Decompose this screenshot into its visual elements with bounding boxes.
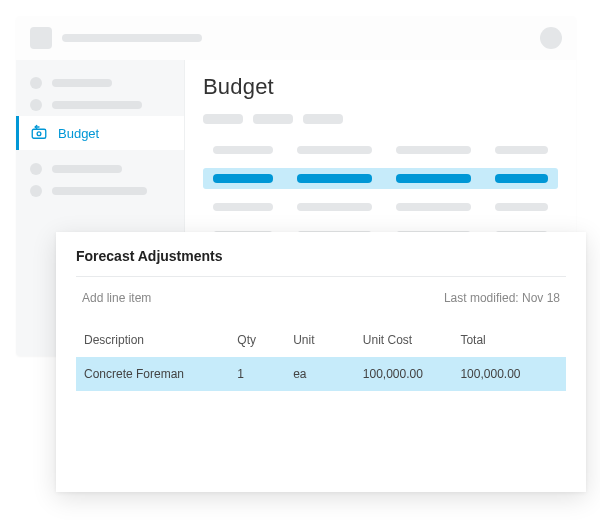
svg-point-1	[37, 132, 41, 136]
sidebar-item-label	[52, 165, 122, 173]
sidebar-item-label	[52, 101, 142, 109]
table-row-highlighted[interactable]	[203, 168, 558, 189]
add-line-item-button[interactable]: Add line item	[82, 291, 151, 305]
cell-unit-cost: 100,000.00	[363, 367, 461, 381]
sidebar-item[interactable]	[16, 158, 184, 180]
breadcrumb-placeholder	[62, 34, 202, 42]
sidebar-item-label: Budget	[58, 126, 99, 141]
table-row	[203, 197, 558, 217]
sidebar-icon	[30, 185, 42, 197]
sidebar-icon	[30, 77, 42, 89]
last-modified-label: Last modified: Nov 18	[444, 291, 560, 305]
sidebar-item[interactable]	[16, 180, 184, 202]
forecast-table: Description Qty Unit Unit Cost Total Con…	[76, 323, 566, 391]
cell-total: 100,000.00	[460, 367, 558, 381]
tab[interactable]	[303, 114, 343, 124]
sidebar-icon	[30, 99, 42, 111]
table-header: Description Qty Unit Unit Cost Total	[76, 323, 566, 357]
topbar	[16, 16, 576, 60]
sidebar-item-label	[52, 187, 147, 195]
sidebar-item-budget[interactable]: Budget	[16, 116, 184, 150]
col-qty: Qty	[237, 333, 293, 347]
forecast-card: Forecast Adjustments Add line item Last …	[56, 232, 586, 492]
tab[interactable]	[203, 114, 243, 124]
divider	[76, 276, 566, 277]
cell-description: Concrete Foreman	[84, 367, 237, 381]
forecast-title: Forecast Adjustments	[76, 248, 566, 264]
col-description: Description	[84, 333, 237, 347]
avatar[interactable]	[540, 27, 562, 49]
col-total: Total	[460, 333, 558, 347]
sidebar-icon	[30, 163, 42, 175]
tab[interactable]	[253, 114, 293, 124]
cell-qty: 1	[237, 367, 293, 381]
table-row	[203, 140, 558, 160]
sidebar-item[interactable]	[16, 94, 184, 116]
col-unit: Unit	[293, 333, 363, 347]
col-unit-cost: Unit Cost	[363, 333, 461, 347]
svg-rect-0	[32, 129, 46, 138]
app-icon	[30, 27, 52, 49]
sidebar-item-label	[52, 79, 112, 87]
tabs	[203, 114, 558, 124]
page-title: Budget	[203, 74, 558, 100]
table-row[interactable]: Concrete Foreman 1 ea 100,000.00 100,000…	[76, 357, 566, 391]
sidebar-item[interactable]	[16, 72, 184, 94]
cell-unit: ea	[293, 367, 363, 381]
budget-icon	[30, 124, 48, 142]
budget-table	[203, 140, 558, 245]
